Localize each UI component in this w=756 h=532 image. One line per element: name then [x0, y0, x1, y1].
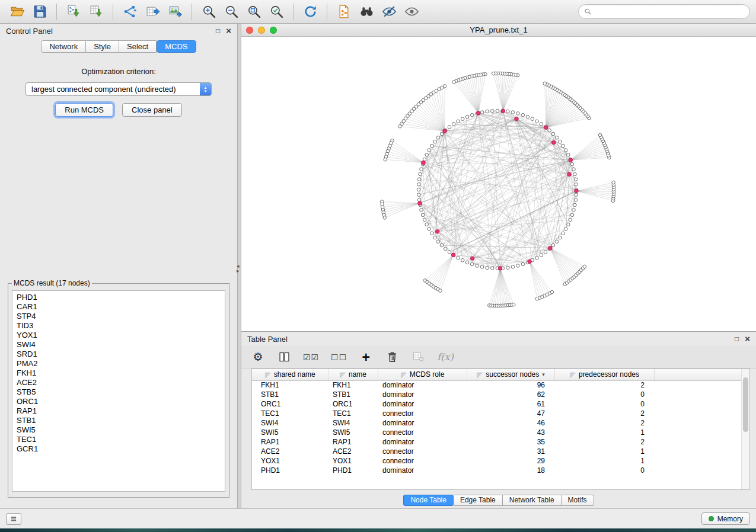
- show-graphics-details-button[interactable]: [400, 2, 423, 21]
- apply-preferred-layout-button[interactable]: [299, 2, 321, 21]
- result-node-item[interactable]: SWI5: [17, 425, 221, 435]
- delete-column-button[interactable]: [385, 350, 399, 365]
- close-icon[interactable]: ×: [745, 335, 750, 342]
- column-header-predecessor-nodes[interactable]: predecessor nodes: [554, 369, 654, 380]
- optimization-criterion-label: Optimization criterion:: [0, 67, 237, 76]
- zoom-fit-button[interactable]: [243, 2, 265, 21]
- column-header-MCDS-role[interactable]: MCDS role: [378, 369, 467, 380]
- column-header-successor-nodes[interactable]: successor nodes▾: [467, 369, 554, 380]
- zoom-out-button[interactable]: [220, 2, 243, 21]
- save-session-button[interactable]: [28, 2, 51, 21]
- result-node-item[interactable]: ACE2: [17, 378, 221, 387]
- application-window: Control Panel □ × NetworkStyleSelectMCDS…: [0, 0, 756, 532]
- chevron-down-icon: ▾: [542, 371, 545, 377]
- network-canvas[interactable]: [241, 37, 756, 331]
- result-node-item[interactable]: STB1: [17, 416, 221, 425]
- tab-mcds[interactable]: MCDS: [157, 40, 196, 53]
- memory-status-dot: [709, 516, 714, 521]
- create-column-button[interactable]: +: [359, 350, 373, 365]
- table-scrollbar[interactable]: [741, 369, 749, 489]
- import-network-from-file-button[interactable]: [62, 2, 85, 21]
- result-node-item[interactable]: YOX1: [17, 331, 221, 340]
- float-window-icon[interactable]: □: [735, 335, 739, 342]
- column-header-shared-name[interactable]: shared name: [252, 369, 328, 380]
- table-row[interactable]: ACE2ACE2connector311: [252, 447, 749, 456]
- search-input[interactable]: [595, 7, 744, 16]
- close-panel-button[interactable]: Close panel: [122, 103, 182, 117]
- import-table-from-file-button[interactable]: [85, 2, 107, 21]
- table-row[interactable]: FKH1FKH1dominator962: [252, 380, 749, 390]
- result-node-item[interactable]: STP4: [17, 312, 221, 321]
- table-delete-icon: [412, 351, 425, 363]
- tab-select[interactable]: Select: [119, 40, 157, 53]
- table-row[interactable]: SWI5SWI5connector431: [252, 428, 749, 437]
- result-node-item[interactable]: TEC1: [17, 435, 221, 444]
- tab-node-table[interactable]: Node Table: [403, 495, 454, 506]
- table-row[interactable]: TEC1TEC1connector472: [252, 409, 749, 418]
- result-node-item[interactable]: PMA2: [17, 359, 221, 368]
- table-row[interactable]: SWI4SWI4dominator462: [252, 418, 749, 428]
- deselect-all-rows-button[interactable]: ☐☐: [331, 350, 347, 365]
- column-attribute-icon: [264, 371, 271, 378]
- result-node-item[interactable]: STB5: [17, 387, 221, 397]
- share-document-icon: [337, 4, 352, 19]
- table-row[interactable]: PHD1PHD1dominator180: [252, 466, 749, 475]
- splitter-collapse-icon[interactable]: ◂ ▸: [237, 264, 240, 273]
- result-node-item[interactable]: GCR1: [17, 444, 221, 454]
- float-window-icon[interactable]: □: [216, 27, 220, 34]
- result-node-item[interactable]: SWI4: [17, 340, 221, 350]
- table-options-button[interactable]: ⚙: [251, 350, 265, 365]
- tab-network[interactable]: Network: [41, 40, 86, 53]
- table-row[interactable]: STB1STB1dominator620: [252, 390, 749, 399]
- hide-graphics-details-button[interactable]: [378, 2, 400, 21]
- scrollbar-thumb[interactable]: [743, 377, 748, 432]
- column-header-name[interactable]: name: [328, 369, 378, 380]
- table-row[interactable]: RAP1RAP1dominator352: [252, 437, 749, 447]
- tab-motifs[interactable]: Motifs: [562, 495, 594, 506]
- folder-open-icon: [10, 4, 25, 19]
- result-node-item[interactable]: TID3: [17, 321, 221, 331]
- panel-menu-button[interactable]: [6, 513, 21, 525]
- select-all-icon: ☑☑: [303, 352, 319, 362]
- toolbar-divider: [192, 4, 192, 20]
- network-view-panel: YPA_prune.txt_1: [241, 24, 756, 332]
- search-network-button[interactable]: [355, 2, 378, 21]
- result-node-item[interactable]: FKH1: [17, 368, 221, 378]
- export-image-icon: [168, 4, 183, 19]
- optimization-criterion-select[interactable]: largest connected component (undirected)…: [25, 82, 212, 96]
- export-network-button[interactable]: [119, 2, 141, 21]
- gear-icon: ⚙: [253, 350, 263, 364]
- import-network-icon: [66, 4, 81, 19]
- network-window-title: YPA_prune.txt_1: [241, 25, 756, 34]
- table-row[interactable]: YOX1YOX1connector291: [252, 456, 749, 466]
- panel-splitter[interactable]: ◂ ▸: [237, 24, 241, 508]
- memory-button[interactable]: Memory: [701, 512, 750, 525]
- result-node-item[interactable]: RAP1: [17, 406, 221, 416]
- window-close-icon[interactable]: [246, 27, 253, 34]
- zoom-in-button[interactable]: [197, 2, 220, 21]
- window-maximize-icon[interactable]: [270, 27, 277, 34]
- search-box[interactable]: [578, 4, 750, 19]
- result-node-item[interactable]: CAR1: [17, 302, 221, 312]
- tab-edge-table[interactable]: Edge Table: [454, 495, 503, 506]
- arrow-right-icon[interactable]: ▸: [237, 268, 240, 273]
- show-column-button[interactable]: [277, 350, 291, 365]
- export-table-button[interactable]: [141, 2, 164, 21]
- run-mcds-button[interactable]: Run MCDS: [55, 103, 113, 117]
- export-to-web-button[interactable]: [333, 2, 355, 21]
- fx-icon: f(x): [437, 351, 453, 363]
- select-all-rows-button[interactable]: ☑☑: [303, 350, 319, 365]
- mcds-result-list: PHD1CAR1STP4TID3YOX1SWI4SRD1PMA2FKH1ACE2…: [12, 290, 225, 492]
- result-node-item[interactable]: SRD1: [17, 350, 221, 359]
- tab-network-table[interactable]: Network Table: [503, 495, 562, 506]
- result-node-item[interactable]: PHD1: [17, 293, 221, 302]
- table-row[interactable]: ORC1ORC1dominator610: [252, 399, 749, 409]
- open-session-button[interactable]: [6, 2, 28, 21]
- window-minimize-icon[interactable]: [258, 27, 265, 34]
- node-table-container: shared namenameMCDS rolesuccessor nodes▾…: [251, 368, 750, 490]
- close-icon[interactable]: ×: [226, 27, 231, 34]
- zoom-selected-button[interactable]: [265, 2, 288, 21]
- tab-style[interactable]: Style: [86, 40, 119, 53]
- export-image-button[interactable]: [164, 2, 186, 21]
- result-node-item[interactable]: ORC1: [17, 397, 221, 406]
